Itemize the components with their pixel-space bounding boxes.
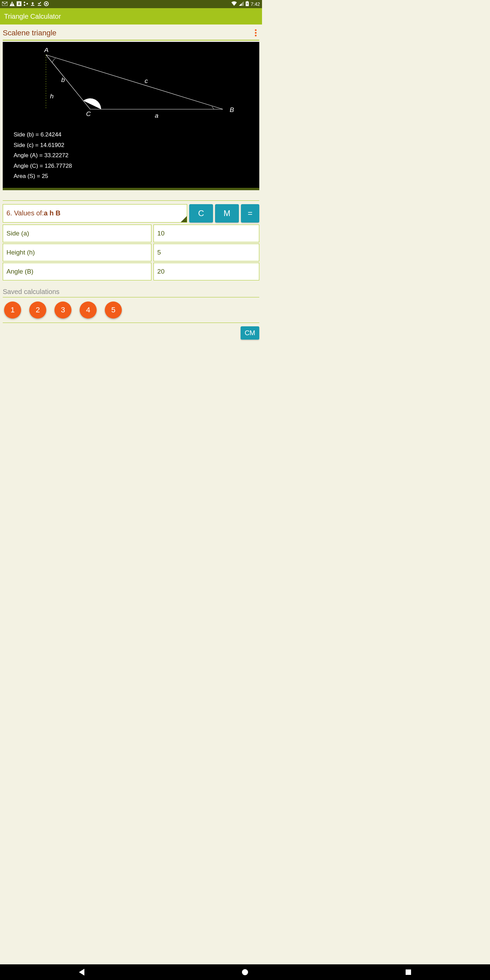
app-title: Triangle Calculator [4, 13, 61, 21]
side-b-label: b [61, 76, 65, 83]
selector-bold: a h B [44, 209, 60, 217]
wifi-icon [231, 2, 237, 7]
svg-text:A: A [18, 2, 20, 6]
battery-charging-icon [246, 1, 249, 7]
target-icon [44, 2, 49, 7]
clear-button[interactable]: C [189, 204, 213, 223]
divider [3, 200, 259, 201]
svg-rect-9 [38, 5, 41, 6]
status-icons-left: A [2, 2, 49, 7]
input-value-height-h[interactable]: 5 [153, 243, 259, 261]
upload-icon [30, 2, 35, 7]
warning-icon [10, 2, 14, 7]
side-a-label: a [155, 112, 159, 119]
memory-button[interactable]: M [215, 204, 239, 223]
results-list: Side (b) = 6.24244 Side (c) = 14.61902 A… [11, 130, 251, 182]
selector-prefix: 6. Values of: [6, 209, 44, 217]
result-angle-C: Angle (C) = 126.77728 [14, 161, 251, 172]
status-icons-right: 7:42 [231, 1, 260, 7]
svg-point-11 [46, 3, 47, 5]
svg-rect-2 [12, 5, 13, 5]
input-label-side-a: Side (a) [3, 224, 151, 242]
saved-calculations-row: 1 2 3 4 5 [3, 298, 259, 323]
divider [3, 323, 259, 323]
keyboard-icon: A [17, 2, 21, 7]
result-side-c: Side (c) = 14.61902 [14, 140, 251, 151]
dropdown-indicator-icon [181, 216, 187, 222]
height-h-label: h [50, 92, 54, 100]
result-area-S: Area (S) = 25 [14, 171, 251, 182]
saved-slot-3[interactable]: 3 [54, 301, 72, 318]
triangle-diagram: A B C b c a h [11, 48, 251, 126]
vertex-A-label: A [44, 48, 49, 53]
equals-button[interactable]: = [241, 204, 259, 223]
result-side-b: Side (b) = 6.24244 [14, 130, 251, 140]
saved-slot-4[interactable]: 4 [80, 301, 97, 318]
share-icon [24, 2, 28, 7]
svg-point-7 [27, 3, 28, 4]
svg-point-6 [24, 4, 25, 5]
svg-rect-13 [247, 1, 248, 2]
divider [3, 40, 259, 40]
download-done-icon [37, 2, 42, 7]
status-bar: A 7:42 [0, 0, 262, 8]
input-label-height-h: Height (h) [3, 243, 151, 261]
input-value-side-a[interactable]: 10 [153, 224, 259, 242]
saved-calculations-label: Saved calculations [3, 288, 259, 296]
saved-slot-2[interactable]: 2 [29, 301, 46, 318]
diagram-underbar [3, 188, 259, 190]
saved-slot-5[interactable]: 5 [105, 301, 122, 318]
svg-rect-8 [31, 5, 34, 6]
values-of-selector[interactable]: 6. Values of: a h B [3, 204, 187, 223]
status-time: 7:42 [251, 2, 260, 7]
mail-icon [2, 2, 8, 7]
vertex-C-label: C [86, 110, 91, 118]
input-label-angle-B: Angle (B) [3, 263, 151, 280]
vertex-B-label: B [230, 106, 234, 113]
app-bar: Triangle Calculator [0, 8, 262, 24]
svg-point-5 [24, 2, 25, 3]
result-angle-A: Angle (A) = 33.22272 [14, 150, 251, 161]
cell-signal-icon [239, 2, 243, 7]
triangle-type-title: Scalene triangle [3, 29, 56, 37]
diagram-panel: A B C b c a h Side (b) = 6.24244 Side (c… [3, 42, 259, 188]
svg-rect-1 [12, 3, 13, 5]
saved-slot-1[interactable]: 1 [4, 301, 21, 318]
unit-button[interactable]: CM [240, 326, 259, 340]
overflow-menu-icon[interactable] [252, 28, 259, 38]
input-value-angle-B[interactable]: 20 [153, 263, 259, 280]
side-c-label: c [145, 77, 148, 84]
